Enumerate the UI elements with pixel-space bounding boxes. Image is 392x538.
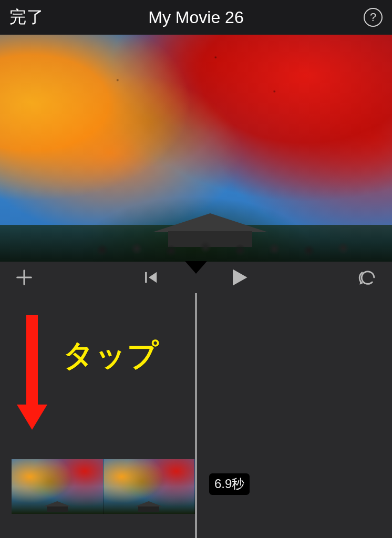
playhead-line[interactable] — [195, 293, 197, 538]
video-preview[interactable] — [0, 35, 392, 262]
clip-duration-badge: 6.9秒 — [209, 473, 250, 495]
done-button[interactable]: 完了 — [9, 0, 44, 35]
clip-thumbnail — [104, 459, 195, 514]
timeline-clip[interactable] — [12, 459, 195, 514]
plus-icon — [14, 267, 34, 287]
svg-rect-0 — [145, 272, 147, 283]
help-icon: ? — [364, 8, 383, 27]
skip-to-start-icon — [142, 268, 160, 286]
editor-toolbar — [0, 262, 392, 293]
add-media-button[interactable] — [14, 267, 35, 288]
project-title: My Movie 26 — [148, 8, 243, 27]
clip-thumbnail — [12, 459, 104, 514]
play-icon — [228, 266, 250, 288]
app-header: 完了 My Movie 26 ? — [0, 0, 392, 35]
play-button[interactable] — [227, 265, 251, 289]
skip-to-start-button[interactable] — [141, 267, 162, 288]
undo-icon — [357, 267, 378, 288]
timeline[interactable]: 6.9秒 タップ — [0, 293, 392, 538]
help-button[interactable]: ? — [364, 0, 383, 35]
undo-button[interactable] — [356, 266, 379, 289]
annotation-arrow-icon — [20, 315, 44, 431]
playhead-marker-icon — [185, 261, 207, 275]
annotation-text: タップ — [63, 335, 159, 376]
